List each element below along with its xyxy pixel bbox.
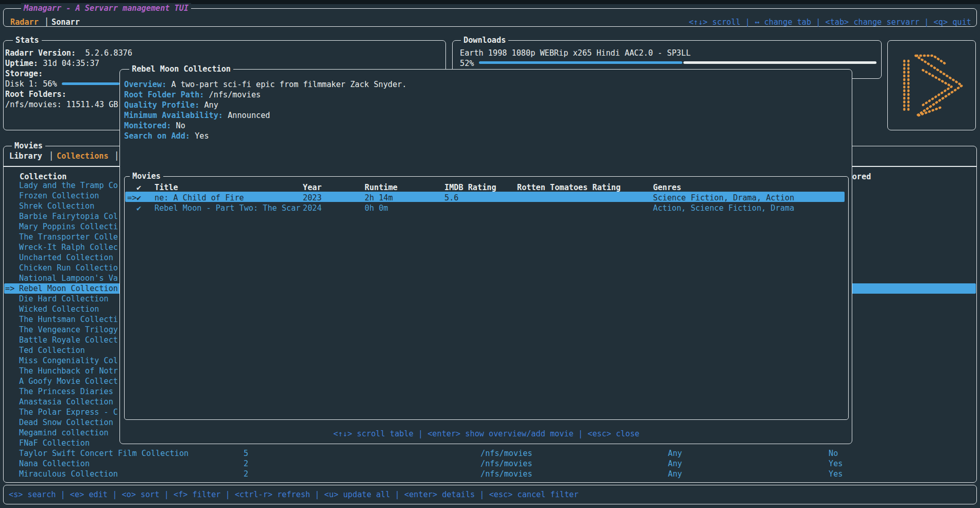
movies-panel-title: Movies: [12, 141, 45, 151]
collection-name: National Lampoon's Va: [19, 273, 118, 283]
collection-root-folder: /nfs/movies: [480, 459, 532, 469]
collection-name: Miss Congeniality Col: [19, 355, 118, 366]
movie-year: 2023: [303, 193, 322, 203]
collection-movie-count: 2: [244, 459, 248, 469]
storage-label: Storage:: [5, 69, 43, 79]
selected-row-marker: =>: [127, 193, 136, 203]
modal-field-overview: Overview: A two-part sci-fi epic from fi…: [124, 79, 407, 90]
tab-library[interactable]: Library: [9, 151, 42, 161]
top-help-text: <↑↓> scroll | ↔ change tab | <tab> chang…: [689, 17, 971, 27]
tab-radarr[interactable]: Radarr: [10, 17, 39, 27]
modal-movie-row[interactable]: ✔Rebel Moon - Part Two: The Scar20240h 0…: [120, 203, 845, 213]
servarr-tab-separator: │: [44, 17, 49, 27]
radarr-version-line: Radarr Version: 5.2.6.8376: [5, 48, 132, 58]
collection-quality-profile: Any: [668, 448, 682, 459]
bottom-help-text: <s> search | <e> edit | <o> sort | <f> f…: [9, 489, 578, 500]
collection-name: Nana Collection: [19, 459, 90, 469]
download-progress-bar-filled: [479, 61, 682, 64]
tab-collections[interactable]: Collections: [57, 151, 109, 161]
collection-name: Chicken Run Collectio: [19, 263, 118, 273]
collection-row[interactable]: Taylor Swift Concert Film Collection5/nf…: [4, 448, 976, 459]
movie-runtime: 2h 14m: [365, 193, 393, 203]
collection-name: Anastasia Collection: [19, 397, 113, 407]
collection-movie-count: 5: [244, 448, 248, 459]
download-item-name: Earth 1998 1080p WEBRip x265 Hindi AAC2.…: [460, 48, 691, 58]
collection-name: Dead Snow Collection: [19, 417, 113, 428]
collection-name: A Goofy Movie Collect: [19, 376, 118, 386]
movie-check: ✔: [136, 193, 141, 203]
collection-name: FNaF Collection: [19, 438, 90, 448]
movie-year: 2024: [303, 203, 322, 213]
collection-monitored: Yes: [829, 459, 843, 469]
collection-root-folder: /nfs/movies: [480, 448, 532, 459]
collection-quality-profile: Any: [668, 469, 682, 479]
collection-row[interactable]: Miraculous Collection2/nfs/moviesAnyYes: [4, 469, 976, 479]
collection-name: The Huntsman Collecti: [19, 314, 118, 325]
collection-name: The Princess Diaries: [19, 386, 113, 397]
disk-usage-bar: [62, 82, 119, 85]
collection-name: The Polar Express - C: [19, 407, 118, 417]
collection-name: Shrek Collection: [19, 201, 94, 211]
downloads-title: Downloads: [461, 35, 508, 45]
collection-name: Miraculous Collection: [19, 469, 118, 479]
tab-sonarr[interactable]: Sonarr: [51, 17, 80, 27]
collection-name: Wicked Collection: [19, 304, 99, 314]
modal-table-header-year: Year: [303, 182, 322, 193]
movie-imdb: 5.6: [444, 193, 458, 203]
root-folders-label: Root Folders:: [5, 89, 66, 99]
collection-name: The Transporter Colle: [19, 232, 118, 242]
collection-name: Frozen Collection: [19, 191, 99, 201]
collection-monitored: No: [829, 448, 838, 459]
collection-quality-profile: Any: [668, 459, 682, 469]
movie-title: Rebel Moon - Part Two: The Scar: [154, 203, 300, 213]
modal-movies-table-title: Movies: [130, 171, 163, 181]
movie-runtime: 0h 0m: [365, 203, 388, 213]
collection-name: Taylor Swift Concert Film Collection: [19, 448, 188, 459]
modal-field-quality-profile: Quality Profile: Any: [124, 100, 218, 110]
modal-field-min-availability: Minimum Availability: Announced: [124, 110, 270, 121]
modal-table-header-row: ✔TitleYearRuntimeIMDB RatingRotten Tomat…: [120, 182, 845, 193]
bottom-help-bar: <s> search | <e> edit | <o> sort | <f> f…: [3, 485, 977, 504]
collection-name: The Hunchback of Notr: [19, 366, 118, 376]
collection-name: Mary Poppins Collecti: [19, 222, 118, 232]
modal-table-header-imdb: IMDB Rating: [444, 182, 496, 193]
modal-table-header-rt: Rotten Tomatoes Rating: [517, 182, 621, 193]
download-percent: 52%: [460, 58, 474, 69]
stats-title: Stats: [13, 35, 42, 45]
movies-tab-separator-1: │: [49, 151, 54, 161]
selected-row-marker: =>: [5, 283, 14, 294]
collection-name: Uncharted Collection: [19, 252, 113, 263]
collection-row[interactable]: Nana Collection2/nfs/moviesAnyYes: [4, 459, 976, 469]
modal-field-monitored: Monitored: No: [124, 121, 185, 131]
collection-root-folder: /nfs/movies: [480, 469, 532, 479]
collection-name: Lady and the Tramp Co: [19, 180, 118, 191]
app-title: Managarr - A Servarr management TUI: [21, 3, 191, 13]
modal-table-header-genres: Genres: [653, 182, 681, 193]
movie-check: ✔: [136, 203, 141, 213]
root-folder-line: /nfs/movies: 11511.43 GB: [5, 99, 118, 110]
uptime-line: Uptime: 31d 04:35:37: [5, 58, 99, 69]
collection-name: The Vengeance Trilogy: [19, 325, 118, 335]
modal-title: Rebel Moon Collection: [129, 64, 233, 74]
collection-movie-count: 2: [244, 469, 248, 479]
collection-monitored: Yes: [829, 469, 843, 479]
movie-title: ne: A Child of Fire: [154, 193, 244, 203]
managarr-logo-icon: [896, 49, 968, 122]
collection-name: Wreck-It Ralph Collec: [19, 242, 118, 252]
modal-table-header-runtime: Runtime: [365, 182, 398, 193]
download-progress-bar-rest: [683, 61, 876, 64]
collection-details-modal: Rebel Moon Collection Overview: A two-pa…: [119, 69, 852, 444]
collection-name: Megamind collection: [19, 428, 109, 438]
movie-genres: Science Fiction, Drama, Action: [653, 193, 794, 203]
collection-name: Battle Royale Collect: [19, 335, 118, 345]
logo-panel: [887, 40, 976, 130]
modal-field-search-on-add: Search on Add: Yes: [124, 131, 209, 141]
modal-movie-row[interactable]: =>✔ne: A Child of Fire20232h 14m5.6Scien…: [120, 193, 845, 203]
modal-footer-help: <↑↓> scroll table | <enter> show overvie…: [120, 429, 853, 439]
modal-field-root-folder: Root Folder Path: /nfs/movies: [124, 90, 261, 100]
collection-name: Die Hard Collection: [19, 294, 109, 304]
modal-table-header-check: ✔: [136, 182, 141, 193]
movie-genres: Action, Science Fiction, Drama: [653, 203, 794, 213]
collection-name: Ted Collection: [19, 345, 85, 355]
collection-name: Barbie Fairytopia Col: [19, 211, 118, 222]
